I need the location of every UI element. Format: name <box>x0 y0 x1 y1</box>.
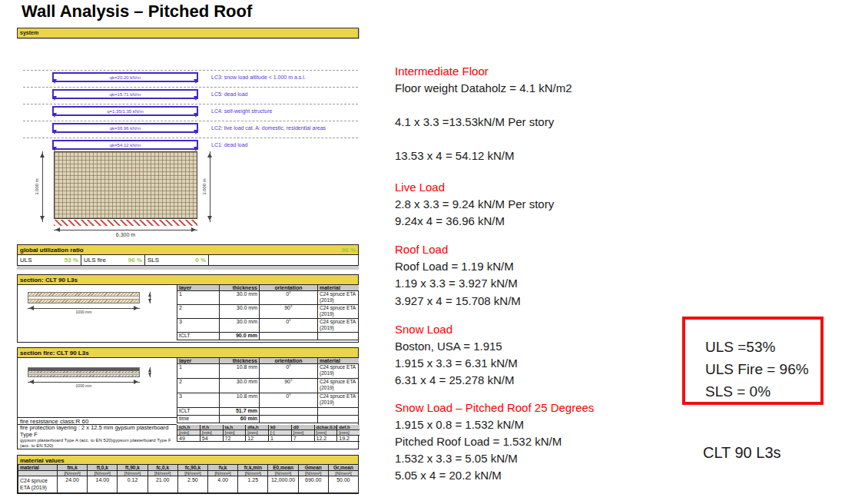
table-total-row: tCLT 51.7 mm <box>177 408 359 416</box>
load-bar: qk=54.12 kN/m <box>52 140 198 150</box>
dashed-separator <box>23 87 358 88</box>
load-bar: qk=20.20 kN/m <box>52 72 198 82</box>
note-line: 1.19 x 3.3 = 3.927 kN/M <box>395 277 518 290</box>
system-header-bar: system <box>17 28 359 38</box>
table-row: 3 30.0 mm 0° C24 spruce ETA (2019) <box>177 319 359 333</box>
strip-width-dimension: 1000 mm <box>28 308 140 309</box>
down-arrow-icon <box>52 79 57 86</box>
fire-protection-table: tch,h tf,h ta,h dfa,h k0 d0 dchar,0,h de… <box>177 425 360 442</box>
note-line: 4.1 x 3.3 =13.53kN/M Per story <box>395 115 554 128</box>
note-line: 1.532 x 3.3 = 5.05 kN/M <box>395 452 518 465</box>
note-line: Boston, USA = 1.915 <box>395 340 502 353</box>
col-header-thickness: thickness <box>219 285 259 291</box>
load-case-label: LC3: snow load altitude < 1.000 m a.s.l. <box>211 75 306 80</box>
wall-cross-section <box>54 151 197 219</box>
thickness-dim <box>150 367 151 377</box>
thickness-dim <box>150 292 151 303</box>
note-line: 5.05 x 4 = 20.2 kN/M <box>395 469 502 482</box>
load-case-label: LC4: self-weight structure <box>211 108 272 114</box>
down-arrow-icon <box>194 130 198 137</box>
load-case-label: LC2: live load cat. A: domestic, residen… <box>211 125 326 131</box>
utilization-cell-uls-fire: ULS fire 96 % <box>81 255 145 265</box>
down-arrow-icon <box>194 113 198 120</box>
down-arrow-icon <box>52 130 57 137</box>
clt-layer-diagram <box>28 292 140 303</box>
note-line: 13.53 x 4 = 54.12 kN/M <box>395 149 515 162</box>
note-line: 3.927 x 4 = 15.708 kN/M <box>395 294 521 307</box>
wall-width-label: 6.300 m <box>54 232 197 237</box>
note-heading: Live Load <box>395 181 445 194</box>
material-values-header: material values <box>17 455 359 465</box>
col-header-layer: layer <box>177 285 219 291</box>
strip-width-label: 1000 mm <box>28 383 140 388</box>
section-layer-table: layer thickness orientation material 1 3… <box>177 285 359 340</box>
load-case-label: LC5: dead load <box>211 91 247 97</box>
system-label: system <box>20 30 38 35</box>
section-fire-body: 1000 mm layer thickness orientation mate… <box>17 358 359 449</box>
divider <box>17 266 359 270</box>
table-time-row: time 60 min <box>177 416 359 423</box>
slide: Wall Analysis – Pitched Roof system qk=2… <box>0 0 865 504</box>
load-case-label: LC1: dead load <box>211 142 247 148</box>
utilization-empty-cell <box>209 255 358 265</box>
fire-protection-title: fire protection layering : 2 x 12.5 mm g… <box>20 425 174 438</box>
page-title: Wall Analysis – Pitched Roof <box>22 2 252 22</box>
note-heading: Snow Load – Pitched Roof 25 Degrees <box>395 401 594 414</box>
load-value: qk=20.20 kN/m <box>110 75 141 80</box>
utilization-header-label: global utilization ratio <box>20 247 84 253</box>
results-uls-fire: ULS Fire = 96% <box>705 358 820 380</box>
results-sls: SLS = 0% <box>705 380 820 403</box>
load-value: qk=54.12 kN/m <box>110 143 141 148</box>
wall-height-dimension-left: 3.000 m <box>42 151 43 222</box>
note-line: Pitched Roof Load = 1.532 kN/M <box>395 435 562 448</box>
note-line: 2.8 x 3.3 = 9.24 kN/M Per story <box>395 197 554 211</box>
table-row: 1 30.0 mm 0° C24 spruce ETA (2019) <box>177 291 359 305</box>
table-row: 2 30.0 mm 90° C24 spruce ETA (2019) <box>177 379 359 393</box>
strip-width-dimension: 1000 mm <box>28 382 140 383</box>
section-fire-header: section fire: CLT 90 L3s <box>17 347 359 358</box>
col-header-thickness: thickness <box>219 358 259 364</box>
note-line: 1.915 x 3.3 = 6.31 kN/M <box>395 356 518 370</box>
section-header: section: CLT 90 L3s <box>17 274 359 285</box>
col-header-material: material <box>317 285 359 291</box>
note-heading: Snow Load <box>395 323 452 336</box>
results-uls: ULS =53% <box>705 336 820 358</box>
wall-height-label: 3.000 m <box>202 178 207 195</box>
strip-width-label: 1000 mm <box>28 310 140 314</box>
down-arrow-icon <box>194 79 198 86</box>
support-hatch <box>54 220 197 226</box>
table-row: 3 10.8 mm 0° C24 spruce ETA (2019) <box>177 393 359 408</box>
load-value: q=1.35/1.35 kN/m <box>107 109 144 114</box>
load-bar: qk=36.96 kN/m <box>52 123 198 133</box>
dashed-separator <box>23 121 358 121</box>
load-bar: qk=15.71 kN/m <box>52 89 198 99</box>
down-arrow-icon <box>194 96 198 103</box>
down-arrow-icon <box>52 113 57 120</box>
results-box: ULS =53% ULS Fire = 96% SLS = 0% <box>682 317 824 405</box>
load-bar: q=1.35/1.35 kN/m <box>52 106 198 116</box>
dashed-separator <box>23 138 358 138</box>
wall-height-dimension-right: 3.000 m <box>210 151 210 222</box>
note-line: 6.31 x 4 = 25.278 kN/M <box>395 373 515 386</box>
material-row: C24 spruce ETA (2019) 24.00 14.00 0.12 2… <box>18 476 358 493</box>
fire-resistance-class: fire resistance class:R 60 <box>18 417 177 425</box>
load-value: qk=15.71 kN/m <box>110 92 141 97</box>
note-heading: Intermediate Floor <box>395 65 489 78</box>
note-heading: Roof Load <box>395 243 448 256</box>
col-header-orientation: orientation <box>259 358 317 364</box>
fire-protection-cell: fire protection layering : 2 x 12.5 mm g… <box>18 425 177 449</box>
col-header-material: material <box>317 358 359 364</box>
dashed-separator <box>23 104 358 104</box>
table-total-row: tCLT 90.0 mm <box>177 333 359 340</box>
note-line: 9.24x 4 = 36.96 kN/M <box>395 214 505 227</box>
dashed-separator <box>23 70 358 71</box>
utilization-row: ULS 53 % ULS fire 96 % SLS 0 % <box>17 255 359 266</box>
wall-width-dimension: 6.300 m <box>54 230 197 230</box>
col-header-material: material <box>18 465 57 471</box>
note-line: 1.915 x 0.8 = 1.532 kN/M <box>395 418 524 431</box>
wall-height-label: 3.000 m <box>35 178 39 195</box>
down-arrow-icon <box>52 96 57 103</box>
clt-fire-layer-diagram <box>28 367 140 377</box>
clt-layer <box>28 300 139 303</box>
section-body: 1000 mm layer thickness orientation mate… <box>17 285 359 343</box>
